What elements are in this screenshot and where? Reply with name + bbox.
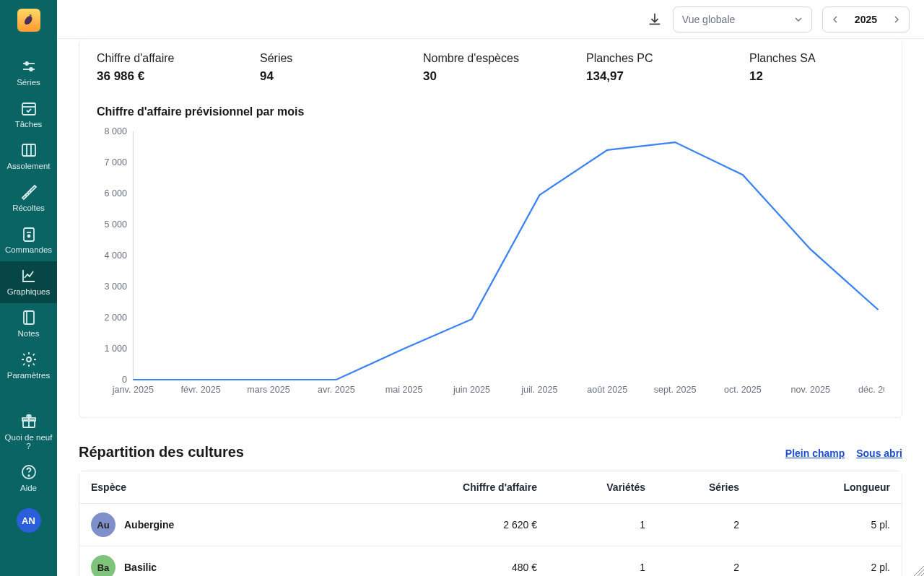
notebook-icon bbox=[20, 309, 38, 326]
svg-point-2 bbox=[25, 62, 28, 65]
sidebar-label: Tâches bbox=[15, 120, 43, 128]
summary-card: Chiffre d'affaire 36 986 € Séries 94 Nom… bbox=[79, 39, 902, 418]
stat-value: 134,97 bbox=[586, 69, 742, 84]
sidebar-item-assolement[interactable]: Assolement bbox=[0, 136, 57, 178]
year-picker: 2025 bbox=[822, 6, 910, 32]
svg-line-10 bbox=[27, 193, 29, 194]
svg-text:juil. 2025: juil. 2025 bbox=[520, 385, 558, 395]
stat-label: Chiffre d'affaire bbox=[97, 52, 253, 65]
cell-var: 1 bbox=[549, 546, 657, 576]
svg-text:3 000: 3 000 bbox=[105, 282, 128, 292]
svg-line-9 bbox=[25, 195, 27, 196]
cultures-header: Répartition des cultures Plein champ Sou… bbox=[79, 444, 902, 461]
svg-line-11 bbox=[30, 191, 31, 192]
stat-label: Nombre d'espèces bbox=[423, 52, 579, 65]
app-logo[interactable] bbox=[17, 9, 40, 32]
sidebar-label: Aide bbox=[20, 484, 37, 492]
sidebar-label: Commandes bbox=[5, 245, 52, 254]
sidebar-item-taches[interactable]: Tâches bbox=[0, 94, 57, 136]
topbar: Vue globale 2025 bbox=[57, 0, 924, 39]
svg-text:7 000: 7 000 bbox=[105, 157, 128, 167]
sidebar-label: Assolement bbox=[6, 162, 50, 170]
avatar-initials: AN bbox=[22, 515, 35, 526]
sidebar-label: Paramètres bbox=[7, 371, 50, 380]
svg-text:nov. 2025: nov. 2025 bbox=[791, 385, 830, 395]
cart-icon bbox=[20, 225, 38, 243]
stats-row: Chiffre d'affaire 36 986 € Séries 94 Nom… bbox=[97, 52, 884, 84]
sidebar-item-commandes[interactable]: Commandes bbox=[0, 219, 57, 261]
svg-text:janv. 2025: janv. 2025 bbox=[112, 385, 154, 395]
year-prev-button[interactable] bbox=[823, 7, 847, 32]
svg-rect-4 bbox=[22, 103, 35, 115]
sidebar-label: Séries bbox=[17, 78, 40, 87]
svg-text:févr. 2025: févr. 2025 bbox=[181, 385, 221, 395]
stat-label: Planches PC bbox=[586, 52, 742, 65]
toggle-links: Plein champ Sous abri bbox=[777, 448, 902, 459]
sidebar-item-parametres[interactable]: Paramètres bbox=[0, 345, 57, 387]
gift-icon bbox=[20, 413, 38, 430]
chart-line-icon bbox=[20, 267, 38, 284]
table-row[interactable]: Au Aubergine 2 620 € 1 2 5 pl. bbox=[79, 504, 902, 546]
svg-text:5 000: 5 000 bbox=[105, 219, 128, 230]
col-ca[interactable]: Chiffre d'affaire bbox=[390, 471, 549, 504]
avatar[interactable]: AN bbox=[17, 508, 41, 533]
sidebar-item-graphiques[interactable]: Graphiques bbox=[0, 261, 57, 303]
revenue-chart: 01 0002 0003 0004 0005 0006 0007 0008 00… bbox=[97, 124, 884, 401]
download-icon[interactable] bbox=[647, 12, 663, 27]
cell-len: 5 pl. bbox=[751, 504, 902, 546]
svg-text:sept. 2025: sept. 2025 bbox=[654, 385, 697, 395]
table-row[interactable]: Ba Basilic 480 € 1 2 2 pl. bbox=[79, 546, 902, 576]
svg-text:6 000: 6 000 bbox=[105, 188, 128, 198]
stat-especes: Nombre d'espèces 30 bbox=[423, 52, 579, 84]
eggplant-icon bbox=[22, 14, 35, 27]
svg-rect-15 bbox=[24, 311, 34, 324]
species-name: Aubergine bbox=[124, 519, 174, 531]
col-series[interactable]: Séries bbox=[657, 471, 751, 504]
sidebar-item-notes[interactable]: Notes bbox=[0, 303, 57, 345]
svg-point-14 bbox=[27, 235, 30, 237]
col-longueur[interactable]: Longueur bbox=[751, 471, 902, 504]
svg-text:avr. 2025: avr. 2025 bbox=[318, 385, 355, 395]
svg-text:mai 2025: mai 2025 bbox=[385, 385, 423, 395]
stat-value: 30 bbox=[423, 69, 579, 84]
chevron-left-icon bbox=[829, 14, 841, 25]
stat-label: Séries bbox=[260, 52, 416, 65]
svg-point-3 bbox=[30, 68, 32, 71]
sliders-icon bbox=[20, 58, 38, 75]
species-badge: Ba bbox=[91, 555, 116, 576]
stat-series: Séries 94 bbox=[260, 52, 416, 84]
chevron-down-icon bbox=[793, 14, 804, 25]
sidebar-label: Graphiques bbox=[7, 287, 50, 296]
col-varietes[interactable]: Variétés bbox=[549, 471, 657, 504]
svg-text:août 2025: août 2025 bbox=[587, 385, 627, 395]
sidebar-item-quoi-de-neuf[interactable]: Quoi de neuf ? bbox=[0, 407, 57, 458]
nav: Séries Tâches Assolement Récoltes Comman… bbox=[0, 52, 57, 499]
toggle-sous-abri[interactable]: Sous abri bbox=[856, 448, 902, 459]
section-title: Répartition des cultures bbox=[79, 444, 244, 461]
stat-label: Planches SA bbox=[749, 52, 905, 65]
svg-rect-6 bbox=[22, 144, 35, 156]
species-badge: Au bbox=[91, 512, 116, 537]
toggle-plein-champ[interactable]: Plein champ bbox=[785, 448, 845, 459]
resize-handle-icon bbox=[914, 566, 924, 576]
year-next-button[interactable] bbox=[884, 7, 909, 32]
year-label: 2025 bbox=[847, 14, 884, 25]
view-select[interactable]: Vue globale bbox=[673, 6, 812, 32]
col-espece[interactable]: Espèce bbox=[79, 471, 390, 504]
content[interactable]: Chiffre d'affaire 36 986 € Séries 94 Nom… bbox=[57, 39, 924, 576]
svg-point-17 bbox=[27, 357, 31, 362]
species-name: Basilic bbox=[124, 562, 157, 573]
svg-text:mars 2025: mars 2025 bbox=[247, 385, 290, 395]
cell-ser: 2 bbox=[657, 504, 751, 546]
help-icon bbox=[20, 463, 38, 481]
svg-text:2 000: 2 000 bbox=[105, 313, 128, 323]
columns-icon bbox=[20, 141, 38, 159]
cultures-table: Espèce Chiffre d'affaire Variétés Séries… bbox=[79, 471, 902, 576]
cell-ser: 2 bbox=[657, 546, 751, 576]
svg-point-22 bbox=[28, 475, 30, 476]
svg-text:4 000: 4 000 bbox=[105, 250, 128, 261]
sidebar-item-recoltes[interactable]: Récoltes bbox=[0, 178, 57, 219]
sidebar-item-series[interactable]: Séries bbox=[0, 52, 57, 94]
stat-pc: Planches PC 134,97 bbox=[586, 52, 742, 84]
sidebar-item-aide[interactable]: Aide bbox=[0, 458, 57, 499]
